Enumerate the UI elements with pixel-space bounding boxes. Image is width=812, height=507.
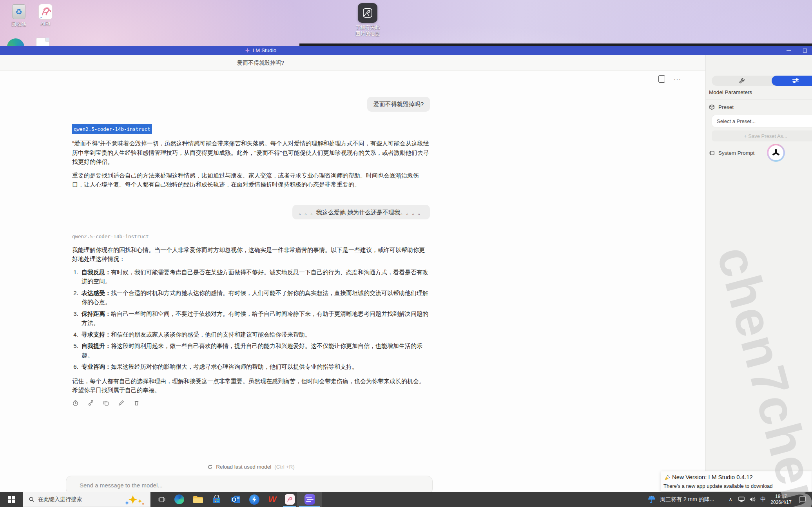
assistant-paragraph: 我能理解你现在的困扰和心情。当一个人非常爱你而对方却忽视你，这确实是一件非常痛苦… — [72, 245, 430, 264]
picture-info-icon — [358, 3, 377, 23]
taskbar: 在此键入进行搜索 W — [0, 492, 812, 507]
taskbar-edge[interactable] — [170, 492, 188, 507]
lm-studio-taskbar-icon — [304, 494, 315, 505]
search-icon — [29, 496, 34, 502]
ms-store-icon — [212, 495, 221, 504]
more-options-icon[interactable]: ··· — [674, 76, 681, 83]
network-icon — [738, 496, 745, 502]
taskbar-outlook[interactable] — [227, 492, 245, 507]
airi-icon: ↗ — [38, 4, 53, 20]
model-name-label[interactable]: qwen2.5-coder-14b-instruct — [72, 124, 152, 134]
desktop: ♻ 回收站 ↗ AIRI 了解有关此图片的信息 LM Studio 爱而不得就毁… — [0, 0, 812, 507]
sparkle-icon — [124, 494, 145, 505]
list-item: 自我反思：有时候，我们可能需要考虑自己是否在某些方面做得不够好。诚实地反思一下自… — [80, 268, 430, 286]
action-center-button[interactable] — [796, 492, 810, 507]
list-item: 自我提升：将这段时间利用起来，做一些自己喜欢的事情，提升自己的能力和兴趣爱好。这… — [80, 341, 430, 360]
chat-header: 爱而不得就毁掉吗? — [0, 55, 705, 71]
taskbar-wps[interactable]: W — [263, 492, 281, 507]
start-button[interactable] — [0, 492, 23, 507]
taskbar-thunder[interactable] — [245, 492, 263, 507]
taskbar-lm-studio-active[interactable] — [297, 492, 322, 507]
window-titlebar[interactable]: LM Studio — [0, 46, 812, 55]
chat-area: ··· 爱而不得就毁掉吗? qwen2.5-coder-14b-instruct… — [0, 71, 705, 492]
suggestion-list: 自我反思：有时候，我们可能需要考虑自己是否在某些方面做得不够好。诚实地反思一下自… — [80, 268, 430, 374]
taskbar-store[interactable] — [208, 492, 226, 507]
list-item: 专业咨询：如果这段经历对你的影响很大，考虑寻求心理咨询师的帮助，他们可以提供专业… — [80, 362, 430, 371]
tray-ime[interactable]: 中 — [758, 492, 768, 507]
list-item: 表达感受：找一个合适的时机和方式向她表达你的感情。有时候，人们可能不了解你的真实… — [80, 288, 430, 307]
minimize-button[interactable] — [781, 46, 796, 55]
lightning-icon — [249, 494, 259, 505]
speaker-icon — [749, 496, 756, 502]
preset-select[interactable]: Select a Preset... — [712, 115, 812, 127]
clock-time: 19:17 — [770, 494, 791, 500]
token-stats-icon[interactable] — [72, 400, 79, 406]
chevron-up-icon: ∧ — [729, 496, 732, 502]
wps-icon: W — [268, 494, 277, 505]
shortcut-arrow-icon: ↗ — [38, 15, 43, 20]
user-message-bubble: 爱而不得就毁掉吗? — [367, 97, 430, 112]
task-view-button[interactable] — [153, 492, 171, 507]
taskbar-search[interactable]: 在此键入进行搜索 — [23, 492, 150, 507]
lm-studio-logo-icon — [245, 48, 250, 53]
tray-volume[interactable] — [747, 492, 758, 507]
system-prompt-icon — [709, 150, 715, 156]
tray-clock[interactable]: 19:17 2026/4/17 — [769, 492, 793, 507]
chat-tab-title[interactable]: 爱而不得就毁掉吗? — [237, 60, 284, 67]
preset-section-header[interactable]: Preset — [709, 104, 734, 110]
tray-expand-button[interactable]: ∧ — [726, 492, 735, 507]
sidebar-heading: Model Parameters — [709, 89, 752, 95]
refresh-icon — [207, 464, 213, 470]
edit-icon[interactable] — [118, 400, 125, 406]
desktop-icon-spotlight[interactable]: 了解有关此图片的信息 — [345, 3, 390, 37]
taskbar-explorer[interactable] — [189, 492, 207, 507]
window-title: LM Studio — [253, 47, 277, 53]
sliders-icon — [792, 78, 799, 83]
reload-model-button[interactable]: Reload last used model (Ctrl +R) — [72, 464, 430, 470]
parameters-tab[interactable] — [772, 76, 812, 86]
save-preset-button[interactable]: + Save Preset As... — [712, 130, 812, 141]
branch-icon[interactable] — [87, 400, 94, 406]
weather-text: 周三将有 2 mm 的降... — [660, 496, 714, 503]
task-view-icon — [158, 496, 165, 503]
update-toast[interactable]: New Version: LM Studio 0.4.12 There's a … — [661, 471, 812, 492]
windows-logo-icon — [8, 496, 15, 503]
desktop-icon-label: AIRI — [34, 21, 56, 27]
user-message-bubble: 。。。我这么爱她 她为什么还是不理我。。。。 — [292, 205, 430, 220]
tools-tab[interactable] — [712, 76, 772, 86]
search-placeholder: 在此键入进行搜索 — [38, 496, 82, 503]
assistant-paragraph: 记住，每个人都有自己的选择和理由，理解和接受这一点非常重要。虽然现在感到痛苦，但… — [72, 377, 430, 395]
airi-taskbar-icon — [285, 494, 295, 505]
sidebar-mode-toggle[interactable] — [712, 76, 812, 86]
lm-studio-badge[interactable] — [767, 144, 785, 162]
umbrella-rain-icon — [647, 495, 656, 504]
toast-title: New Version: LM Studio 0.4.12 — [672, 474, 753, 480]
taskbar-weather[interactable]: 周三将有 2 mm 的降... — [647, 492, 722, 507]
desktop-icon-recycle-bin[interactable]: ♻ 回收站 — [8, 4, 30, 28]
model-parameters-sidebar: Model Parameters Preset Select a Preset.… — [705, 55, 812, 492]
edge-icon — [174, 494, 184, 504]
notification-icon — [799, 496, 806, 503]
assistant-paragraph: "爱而不得"并不意味着会毁掉一切，虽然这种情感可能会带来痛苦和失落感。每个人对爱… — [72, 139, 430, 167]
delete-icon[interactable] — [133, 400, 140, 406]
trilobe-logo-icon — [771, 148, 781, 158]
model-name-label[interactable]: qwen2.5-coder-14b-instruct — [72, 232, 430, 241]
list-item: 保持距离：给自己一些时间和空间，不要过于依赖对方。有时候，给予自己时间冷静下来，… — [80, 309, 430, 328]
shortcut-hint: (Ctrl +R) — [274, 464, 294, 470]
toast-subtitle: There's a new app update available to do… — [663, 483, 773, 489]
preset-cube-icon — [709, 104, 715, 110]
list-item: 寻求支持：和信任的朋友或家人谈谈你的感受，他们的支持和建议可能会给你带来帮助。 — [80, 330, 430, 339]
recycle-bin-icon: ♻ — [12, 4, 25, 19]
copy-icon[interactable] — [103, 400, 109, 406]
assistant-paragraph: 重要的是要找到适合自己的方法来处理这种情感，比如通过与朋友、家人交流，或者寻求专… — [72, 171, 430, 189]
desktop-icon-label: 回收站 — [8, 22, 30, 28]
desktop-icon-label: 了解有关此图片的信息 — [355, 25, 381, 37]
desktop-icon-airi[interactable]: ↗ AIRI — [34, 4, 56, 27]
toggle-panel-icon[interactable] — [658, 75, 665, 83]
maximize-button[interactable] — [798, 46, 812, 55]
tray-network[interactable] — [736, 492, 747, 507]
taskbar-airi[interactable] — [281, 492, 299, 507]
system-prompt-section-header[interactable]: System Prompt — [709, 150, 754, 156]
outlook-icon — [231, 495, 241, 504]
file-explorer-icon — [193, 495, 203, 504]
